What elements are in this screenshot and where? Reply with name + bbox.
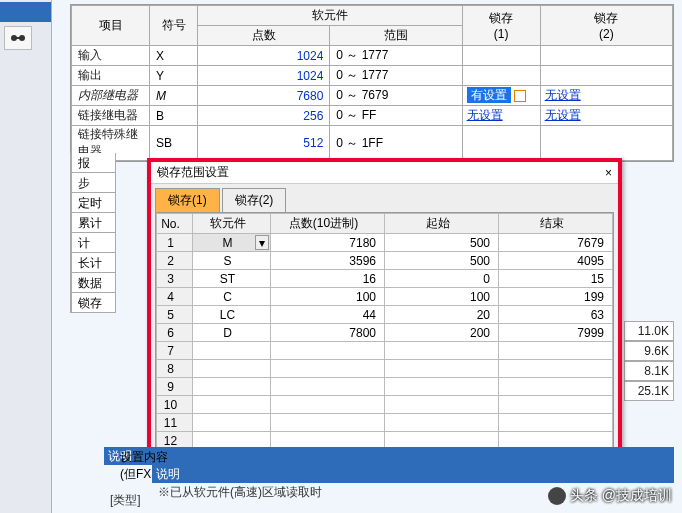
latch-row[interactable]: 7 (157, 342, 613, 360)
dialog-tabs: 锁存(1) 锁存(2) (151, 184, 618, 212)
latch-range-dialog: 锁存范围设置 × 锁存(1) 锁存(2) No. 软元件 点数(10进制) 起始… (147, 158, 622, 458)
right-value: 11.0K (624, 321, 674, 341)
partial-row-label: 累计 (71, 213, 116, 233)
latch-row[interactable]: 4C100100199 (157, 288, 613, 306)
table-row[interactable]: 链接特殊继电器SB5120 ～ 1FF (72, 126, 673, 161)
right-value: 8.1K (624, 361, 674, 381)
right-value: 25.1K (624, 381, 674, 401)
col-symbol: 符号 (150, 6, 198, 46)
partial-row-labels: 报步定时累计计长计数据锁存 (70, 153, 116, 313)
svg-rect-2 (16, 37, 20, 39)
col-points: 点数 (198, 26, 330, 46)
dropdown-icon[interactable]: ▾ (255, 235, 269, 250)
partial-row-label: 步 (71, 173, 116, 193)
dialog-titlebar: 锁存范围设置 × (151, 162, 618, 184)
table-row[interactable]: 链接继电器B2560 ～ FF无设置无设置 (72, 106, 673, 126)
partial-row-label: 定时 (71, 193, 116, 213)
col-softdev: 软元件 (198, 6, 463, 26)
col-start: 起始 (385, 214, 499, 234)
col-latch2: 锁存 (2) (540, 6, 672, 46)
col-pts: 点数(10进制) (271, 214, 385, 234)
partial-row-label: 数据 (71, 273, 116, 293)
latch-row[interactable]: 11 (157, 414, 613, 432)
table-row[interactable]: 内部继电器M76800 ～ 7679有设置 无设置 (72, 86, 673, 106)
partial-row-label: 锁存 (71, 293, 116, 313)
type-label: [类型] (110, 492, 141, 509)
device-settings-table: 项目 符号 软元件 锁存 (1) 锁存 (2) 点数 范围 输入X10240 ～… (70, 4, 674, 162)
watermark: 头条 @技成培训 (548, 487, 672, 505)
col-project: 项目 (72, 6, 150, 46)
col-range: 范围 (330, 26, 462, 46)
description-bar: 说明 (104, 447, 674, 465)
col-latch1: 锁存 (1) (462, 6, 540, 46)
latch-row[interactable]: 6D78002007999 (157, 324, 613, 342)
dialog-title: 锁存范围设置 (157, 164, 229, 181)
table-row[interactable]: 输出Y10240 ～ 1777 (72, 66, 673, 86)
partial-row-label: 长计 (71, 253, 116, 273)
latch-row[interactable]: 5LC442063 (157, 306, 613, 324)
latch-row[interactable]: 1M▾71805007679 (157, 234, 613, 252)
table-row[interactable]: 输入X10240 ～ 1777 (72, 46, 673, 66)
latch-row[interactable]: 2S35965004095 (157, 252, 613, 270)
tab-latch1[interactable]: 锁存(1) (155, 188, 220, 212)
right-values: 11.0K9.6K8.1K25.1K (624, 321, 674, 401)
partial-row-label: 报 (71, 153, 116, 173)
tab-latch2[interactable]: 锁存(2) (222, 188, 287, 212)
latch-row[interactable]: 8 (157, 360, 613, 378)
left-toolbar (0, 0, 52, 513)
latch-row[interactable]: 10 (157, 396, 613, 414)
description-bar2: 说明 (152, 465, 674, 483)
col-no: No. (157, 214, 193, 234)
description-text: ※已从软元件(高速)区域读取时 (158, 484, 322, 501)
col-end: 结束 (499, 214, 613, 234)
latch-row[interactable]: 9 (157, 378, 613, 396)
latch-range-table[interactable]: No. 软元件 点数(10进制) 起始 结束 1M▾718050076792S3… (156, 213, 613, 450)
right-value: 9.6K (624, 341, 674, 361)
binoculars-icon[interactable] (4, 26, 32, 50)
latch-row[interactable]: 3ST16015 (157, 270, 613, 288)
partial-row-label: 计 (71, 233, 116, 253)
col-dev: 软元件 (193, 214, 271, 234)
